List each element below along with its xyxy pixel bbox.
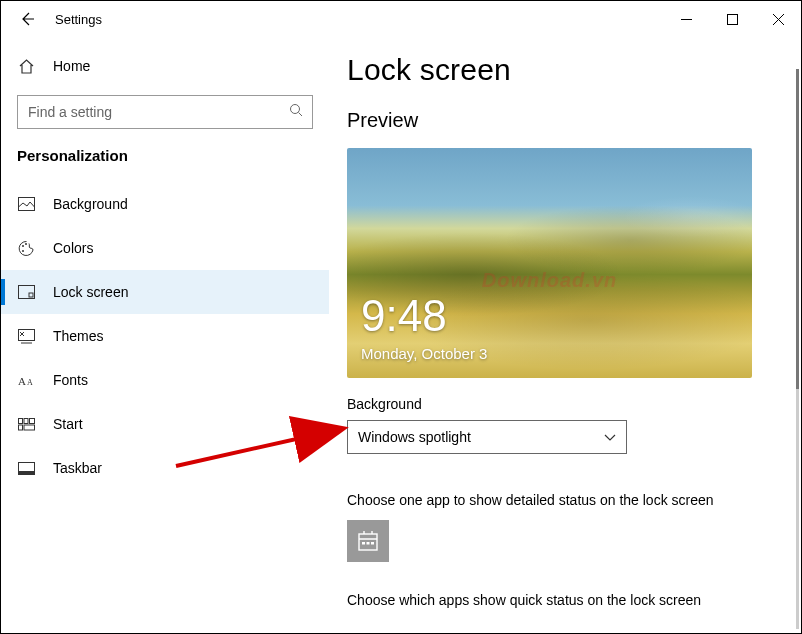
search-input-wrapper[interactable]: [17, 95, 313, 129]
sidebar-item-label: Colors: [53, 240, 93, 256]
svg-point-1: [291, 105, 300, 114]
sidebar-item-start[interactable]: Start: [1, 402, 329, 446]
close-button[interactable]: [755, 3, 801, 35]
search-icon: [289, 103, 304, 121]
svg-rect-14: [18, 425, 22, 430]
background-label: Background: [347, 396, 779, 412]
background-value: Windows spotlight: [358, 429, 471, 445]
preview-heading: Preview: [347, 109, 779, 132]
sidebar-item-fonts[interactable]: AA Fonts: [1, 358, 329, 402]
sidebar-item-label: Lock screen: [53, 284, 128, 300]
svg-rect-19: [362, 542, 365, 545]
main-area: Home Personalization Background Colors: [1, 37, 801, 633]
svg-text:A: A: [18, 375, 26, 387]
preview-landscape: [347, 148, 752, 378]
svg-text:A: A: [27, 378, 33, 387]
sidebar-item-label: Fonts: [53, 372, 88, 388]
sidebar-item-label: Themes: [53, 328, 104, 344]
fonts-icon: AA: [17, 371, 35, 389]
detailed-status-app-tile[interactable]: [347, 520, 389, 562]
svg-point-5: [22, 250, 24, 252]
svg-point-4: [25, 243, 27, 245]
detailed-status-label: Choose one app to show detailed status o…: [347, 492, 779, 508]
sidebar-item-label: Taskbar: [53, 460, 102, 476]
window-controls: [663, 3, 801, 35]
arrow-left-icon: [19, 11, 35, 27]
sidebar-home[interactable]: Home: [1, 47, 329, 85]
maximize-button[interactable]: [709, 3, 755, 35]
picture-icon: [17, 195, 35, 213]
lockscreen-icon: [17, 283, 35, 301]
taskbar-icon: [17, 459, 35, 477]
svg-rect-17: [18, 471, 34, 475]
sidebar-item-taskbar[interactable]: Taskbar: [1, 446, 329, 490]
sidebar-section-title: Personalization: [1, 147, 329, 182]
sidebar-item-colors[interactable]: Colors: [1, 226, 329, 270]
window-title: Settings: [55, 12, 102, 27]
svg-rect-15: [24, 425, 35, 430]
sidebar-item-background[interactable]: Background: [1, 182, 329, 226]
svg-rect-13: [29, 418, 34, 423]
sidebar-item-label: Background: [53, 196, 128, 212]
search-input[interactable]: [28, 104, 289, 120]
sidebar-item-label: Start: [53, 416, 83, 432]
svg-rect-12: [24, 418, 28, 423]
content-pane: Lock screen Preview 9:48 Download.vn Mon…: [329, 37, 801, 633]
sidebar: Home Personalization Background Colors: [1, 37, 329, 633]
svg-rect-11: [18, 418, 22, 423]
svg-point-3: [22, 245, 24, 247]
sidebar-home-label: Home: [53, 58, 90, 74]
svg-rect-21: [371, 542, 374, 545]
sidebar-item-lockscreen[interactable]: Lock screen: [1, 270, 329, 314]
themes-icon: [17, 327, 35, 345]
svg-rect-0: [727, 14, 737, 24]
palette-icon: [17, 239, 35, 257]
minimize-button[interactable]: [663, 3, 709, 35]
chevron-down-icon: [604, 429, 616, 445]
preview-time: 9:48: [361, 294, 447, 338]
preview-date: Monday, October 3: [361, 345, 487, 362]
svg-rect-7: [29, 293, 33, 297]
close-icon: [773, 14, 784, 25]
lockscreen-preview: 9:48 Download.vn Monday, October 3: [347, 148, 752, 378]
quick-status-label: Choose which apps show quick status on t…: [347, 592, 779, 608]
calendar-icon: [357, 530, 379, 552]
start-icon: [17, 415, 35, 433]
home-icon: [17, 57, 35, 75]
minimize-icon: [681, 14, 692, 25]
back-button[interactable]: [15, 7, 39, 31]
scrollbar-thumb[interactable]: [796, 69, 799, 389]
background-dropdown[interactable]: Windows spotlight: [347, 420, 627, 454]
titlebar: Settings: [1, 1, 801, 37]
page-title: Lock screen: [347, 53, 779, 87]
sidebar-item-themes[interactable]: Themes: [1, 314, 329, 358]
svg-rect-20: [367, 542, 370, 545]
maximize-icon: [727, 14, 738, 25]
